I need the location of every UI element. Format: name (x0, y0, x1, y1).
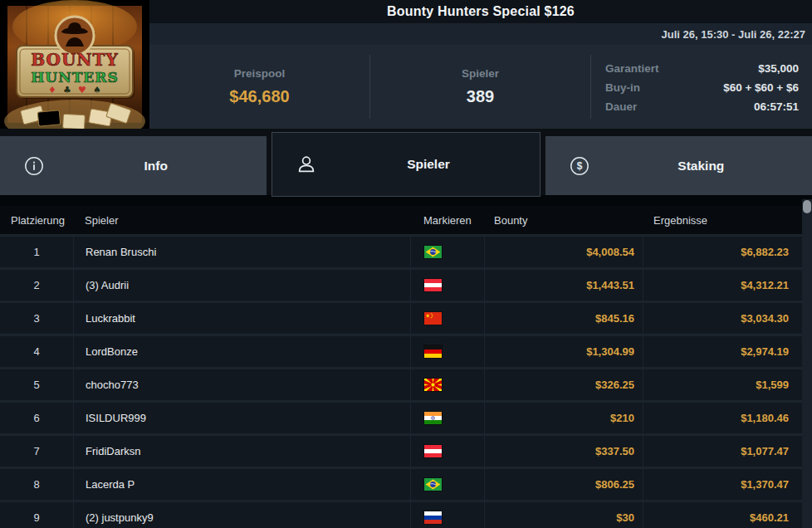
country-flag-icon (424, 279, 442, 291)
scrollbar-thumb[interactable] (803, 200, 811, 213)
country-flag-icon (424, 312, 442, 325)
player-name-cell: LordBonze (73, 336, 410, 367)
tournament-schedule: Juli 26, 15:30 - Juli 26, 22:27 (662, 28, 805, 41)
bounty-cell: $1,443.51 (484, 270, 643, 301)
info-icon (23, 155, 45, 177)
player-name-cell: Renan Bruschi (73, 237, 410, 267)
detail-row-duration: Dauer 06:57:51 (605, 99, 799, 115)
tab-staking[interactable]: $ Staking (545, 136, 812, 195)
rank-cell: 6 (0, 403, 73, 433)
rank-cell: 2 (0, 270, 73, 301)
country-flag-icon (424, 246, 442, 258)
table-row[interactable]: 7FridiDarksn$337.50$1,077.47 (0, 433, 812, 467)
table-row[interactable]: 8Lacerda P$806.25$1,370.47 (0, 467, 812, 500)
tab-info-label: Info (45, 159, 267, 174)
table-row[interactable]: 9(2) justpunky9$30$460.21 (0, 500, 812, 528)
table-row[interactable]: 6ISILDUR999$210$1,180.46 (0, 400, 812, 433)
tab-staking-label: Staking (590, 159, 812, 174)
rank-cell: 3 (0, 303, 73, 334)
bounty-cell: $30 (484, 502, 643, 528)
tab-spieler[interactable]: Spieler (271, 132, 540, 197)
column-header-ergebnisse: Ergebnisse (643, 214, 802, 227)
flag-cell (410, 303, 484, 334)
svg-text:♦: ♦ (48, 85, 56, 95)
table-scrollbar[interactable] (802, 199, 812, 528)
player-name-cell: Luckrabbit (73, 303, 410, 334)
bounty-cell: $4,008.54 (484, 237, 643, 267)
country-flag-icon (424, 445, 442, 457)
bounty-cell: $210 (484, 403, 643, 433)
bounty-hunters-logo-art: BOUNTY HUNTERS ♦ ♣ ♥ ♠ (0, 0, 149, 129)
player-name-cell: ISILDUR999 (73, 403, 410, 433)
table-header-row: Platzierung Spieler Markieren Bounty Erg… (0, 206, 812, 234)
buyin-label: Buy-in (605, 80, 640, 95)
player-name-cell: Lacerda P (73, 469, 410, 500)
flag-cell (410, 369, 484, 400)
svg-text:♠: ♠ (93, 85, 101, 95)
player-name-cell: (3) Audrii (73, 270, 410, 301)
buyin-value: $60 + $60 + $6 (723, 80, 799, 95)
header-right: Bounty Hunters Special $126 Juli 26, 15:… (149, 0, 812, 129)
flag-cell (410, 336, 484, 367)
prizepool-label: Preispool (234, 67, 286, 80)
players-table-body: 1Renan Bruschi$4,008.54$6,882.232(3) Aud… (0, 234, 812, 528)
schedule-bar: Juli 26, 15:30 - Juli 26, 22:27 (149, 23, 812, 45)
stats-band: Preispool $46,680 Spieler 389 Garantiert… (149, 45, 812, 129)
column-header-spieler: Spieler (73, 214, 410, 227)
flag-cell (410, 469, 484, 500)
column-header-platzierung: Platzierung (0, 214, 73, 227)
country-flag-icon (424, 511, 442, 524)
detail-row-buyin: Buy-in $60 + $60 + $6 (605, 80, 799, 95)
tab-info[interactable]: Info (0, 136, 267, 195)
result-cell: $1,370.47 (643, 469, 802, 500)
flag-cell (410, 436, 484, 467)
tournament-logo: BOUNTY HUNTERS ♦ ♣ ♥ ♠ (0, 0, 149, 129)
country-flag-icon (424, 379, 442, 391)
svg-text:♥: ♥ (78, 85, 86, 95)
country-flag-icon (424, 412, 442, 424)
table-row[interactable]: 2(3) Audrii$1,443.51$4,312.21 (0, 267, 812, 301)
table-row[interactable]: 4LordBonze$1,304.99$2,974.19 (0, 334, 812, 367)
rank-cell: 5 (0, 369, 73, 400)
detail-row-guaranteed: Garantiert $35,000 (605, 61, 799, 76)
table-row[interactable]: 1Renan Bruschi$4,008.54$6,882.23 (0, 234, 812, 267)
tab-spieler-label: Spieler (317, 157, 539, 172)
rank-cell: 9 (0, 502, 73, 528)
tournament-lobby-window: BOUNTY HUNTERS ♦ ♣ ♥ ♠ Bounty Hunters Sp… (0, 0, 812, 528)
country-flag-icon (424, 345, 442, 358)
bounty-cell: $337.50 (484, 436, 643, 467)
staking-icon: $ (569, 155, 590, 177)
flag-cell (410, 237, 484, 267)
country-flag-icon (424, 478, 442, 491)
guaranteed-value: $35,000 (758, 61, 799, 76)
rank-cell: 1 (0, 237, 73, 267)
player-name-cell: FridiDarksn (73, 436, 410, 467)
guaranteed-label: Garantiert (605, 61, 659, 76)
column-header-bounty: Bounty (484, 214, 643, 227)
tournament-details: Garantiert $35,000 Buy-in $60 + $60 + $6… (590, 55, 812, 119)
bounty-cell: $806.25 (484, 469, 643, 500)
result-cell: $1,180.46 (643, 403, 802, 433)
svg-text:$: $ (576, 160, 582, 172)
bounty-cell: $845.16 (484, 303, 643, 334)
flag-cell (410, 403, 484, 433)
title-bar: Bounty Hunters Special $126 (149, 0, 812, 23)
header: BOUNTY HUNTERS ♦ ♣ ♥ ♠ Bounty Hunters Sp… (0, 0, 812, 129)
svg-text:♣: ♣ (63, 85, 71, 95)
prizepool-value: $46,680 (229, 87, 289, 106)
result-cell: $6,882.23 (643, 237, 802, 267)
duration-value: 06:57:51 (754, 99, 799, 115)
logo-line1: BOUNTY (31, 50, 119, 70)
result-cell: $3,034.30 (643, 303, 802, 334)
flag-cell (410, 270, 484, 301)
table-row[interactable]: 5chocho773$326.25$1,599 (0, 367, 812, 400)
players-label: Spieler (462, 67, 499, 80)
player-icon (296, 154, 317, 175)
table-row[interactable]: 3Luckrabbit$845.16$3,034.30 (0, 301, 812, 334)
rank-cell: 8 (0, 469, 73, 500)
rank-cell: 4 (0, 336, 73, 367)
result-cell: $4,312.21 (643, 270, 802, 301)
tournament-title: Bounty Hunters Special $126 (387, 4, 575, 19)
bounty-cell: $1,304.99 (484, 336, 643, 367)
tab-bar: Info Spieler $ Staking (0, 129, 812, 195)
